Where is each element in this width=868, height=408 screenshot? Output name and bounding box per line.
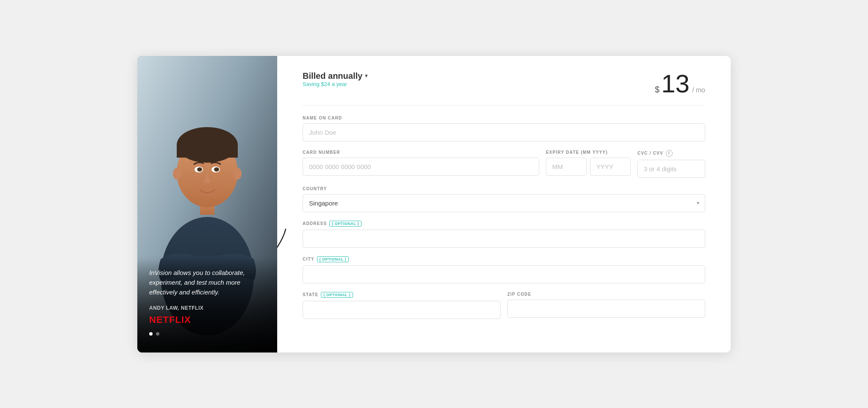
svg-point-6: [173, 168, 181, 180]
address-input[interactable]: [303, 230, 705, 248]
name-on-card-label: NAME ON CARD: [303, 116, 705, 120]
zip-label: ZIP CODE: [507, 292, 705, 297]
carousel-dots: [149, 332, 265, 336]
card-number-label: CARD NUMBER: [303, 150, 539, 155]
billed-annually-label: Billed annually ▾: [303, 71, 367, 81]
cvc-input[interactable]: [637, 160, 705, 178]
dot-2[interactable]: [156, 332, 159, 336]
dot-1[interactable]: [149, 332, 153, 336]
testimonial-overlay: InVision allows you to collaborate, expe…: [137, 255, 277, 352]
cvc-info-icon[interactable]: i: [666, 150, 673, 157]
state-input[interactable]: [303, 301, 501, 319]
city-input[interactable]: [303, 265, 705, 283]
expiry-col: EXPIRY DATE (MM YYYY): [546, 150, 631, 178]
country-select-wrapper: Singapore United States United Kingdom A…: [303, 194, 705, 212]
expiry-mm-input[interactable]: [546, 158, 587, 176]
card-details-row: CARD NUMBER EXPIRY DATE (MM YYYY) CVC / …: [303, 150, 705, 178]
netflix-brand: NETFLIX: [149, 314, 265, 325]
card-number-col: CARD NUMBER: [303, 150, 539, 178]
billing-header: Billed annually ▾ Saving $24 a year $ 13…: [303, 71, 705, 97]
address-optional-badge: ( OPTIONAL ): [329, 221, 361, 227]
address-annotation-area: Using the optional text makes it clear c…: [303, 221, 705, 248]
address-label: ADDRESS ( OPTIONAL ): [303, 221, 705, 227]
expiry-label: EXPIRY DATE (MM YYYY): [546, 150, 631, 155]
left-panel: InVision allows you to collaborate, expe…: [137, 56, 277, 352]
price-display: $ 13 / mo: [655, 71, 705, 97]
country-group: COUNTRY Singapore United States United K…: [303, 186, 705, 212]
city-optional-badge: ( OPTIONAL ): [317, 256, 349, 262]
expiry-yyyy-input[interactable]: [590, 158, 631, 176]
svg-point-11: [214, 167, 219, 172]
state-col: STATE ( OPTIONAL ): [303, 292, 501, 319]
testimonial-author: ANDY LAW, NETFLIX: [149, 305, 265, 311]
cvc-label: CVC / CVV i: [637, 150, 705, 157]
right-panel: Billed annually ▾ Saving $24 a year $ 13…: [277, 56, 731, 352]
svg-point-12: [190, 182, 224, 197]
state-zip-row: STATE ( OPTIONAL ) ZIP CODE: [303, 292, 705, 319]
price-per-month: / mo: [692, 86, 705, 94]
state-label: STATE ( OPTIONAL ): [303, 292, 501, 298]
header-divider: [303, 105, 705, 105]
zip-col: ZIP CODE: [507, 292, 705, 319]
name-on-card-input[interactable]: [303, 123, 705, 142]
city-group: CITY ( OPTIONAL ): [303, 256, 705, 283]
country-select[interactable]: Singapore United States United Kingdom A…: [303, 194, 705, 212]
billing-label-area: Billed annually ▾ Saving $24 a year: [303, 71, 367, 87]
address-group: ADDRESS ( OPTIONAL ): [303, 221, 705, 248]
billing-chevron[interactable]: ▾: [365, 73, 367, 79]
card-number-input[interactable]: [303, 158, 539, 176]
name-on-card-group: NAME ON CARD: [303, 116, 705, 142]
testimonial-quote: InVision allows you to collaborate, expe…: [149, 268, 265, 297]
country-label: COUNTRY: [303, 186, 705, 191]
city-label: CITY ( OPTIONAL ): [303, 256, 705, 262]
price-dollar-sign: $: [655, 85, 659, 94]
price-number: 13: [661, 71, 690, 97]
svg-rect-5: [177, 145, 238, 158]
saving-text: Saving $24 a year: [303, 81, 367, 87]
zip-input[interactable]: [507, 300, 705, 318]
cvc-col: CVC / CVV i: [637, 150, 705, 178]
svg-point-7: [233, 168, 242, 180]
billed-annually-text: Billed annually: [303, 71, 362, 81]
state-optional-badge: ( OPTIONAL ): [321, 292, 353, 298]
svg-point-10: [197, 167, 202, 172]
